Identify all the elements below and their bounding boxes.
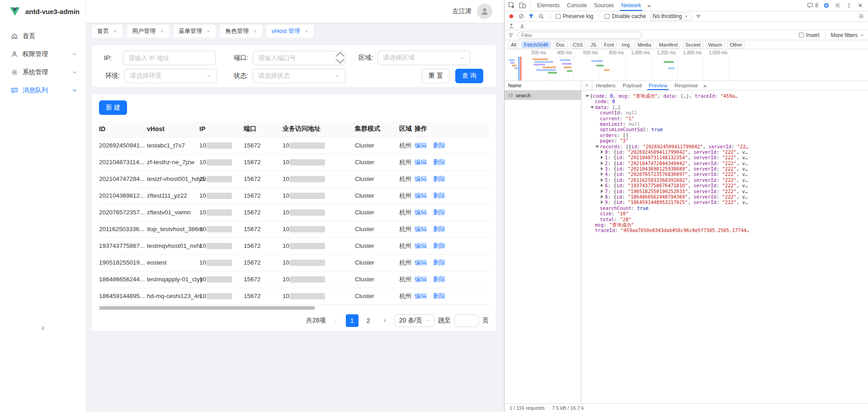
more-panels-icon[interactable]: » (646, 2, 652, 9)
tree-toggle-icon[interactable] (600, 167, 605, 171)
filter-toggle-icon[interactable] (528, 13, 534, 19)
tree-line[interactable]: countId: null (583, 110, 868, 115)
table-horizontal-scrollbar[interactable] (99, 306, 489, 310)
edit-link[interactable]: 编辑 (415, 259, 427, 266)
app-logo[interactable]: antd-vue3-admin (0, 0, 85, 23)
filter-chip-css[interactable]: CSS (570, 41, 586, 48)
tree-line[interactable]: data: {…} (583, 104, 868, 110)
tree-toggle-icon[interactable] (600, 150, 605, 154)
filter-chip-img[interactable]: Img (619, 41, 632, 48)
more-filters-button[interactable]: More filters (831, 32, 864, 38)
filter-chip-wasm[interactable]: Wasm (706, 41, 725, 48)
edit-link[interactable]: 编辑 (415, 192, 427, 199)
record-icon[interactable] (508, 13, 514, 19)
tab-close-icon[interactable] (113, 29, 118, 33)
network-filter-input[interactable] (521, 33, 638, 38)
delete-link[interactable]: 删除 (433, 259, 445, 266)
detail-tab-headers[interactable]: Headers (592, 81, 619, 90)
delete-link[interactable]: 删除 (433, 226, 445, 232)
preserve-log-checkbox[interactable]: Preserve log (556, 13, 593, 19)
column-vhost[interactable]: vHost (147, 121, 199, 137)
edit-link[interactable]: 编辑 (415, 175, 427, 182)
sidebar-collapse-button[interactable] (0, 320, 85, 336)
delete-link[interactable]: 删除 (433, 242, 445, 249)
clear-icon[interactable] (518, 13, 524, 19)
tree-line[interactable]: 8: {id: "1864866562448794369", serverId:… (583, 194, 868, 199)
throttling-select[interactable]: No throttling (650, 13, 692, 20)
filter-chip-media[interactable]: Media (635, 41, 654, 48)
tree-line[interactable]: 1: {id: "2021048731148132354", serverId:… (583, 155, 868, 160)
edit-link[interactable]: 编辑 (415, 142, 427, 149)
tree-line[interactable]: 4: {id: "2020765723576836097", serverId:… (583, 171, 868, 177)
tree-toggle-icon[interactable] (600, 178, 605, 182)
tree-toggle-icon[interactable] (600, 184, 605, 188)
edit-link[interactable]: 编辑 (415, 276, 427, 283)
port-input[interactable] (253, 51, 345, 65)
column-port[interactable]: 端口 (244, 121, 283, 137)
tab-close-icon[interactable] (160, 29, 164, 33)
tree-line[interactable]: records: [{id: "2026924509411799042", se… (583, 144, 868, 149)
tree-toggle-icon[interactable] (600, 189, 605, 194)
close-devtools-icon[interactable] (857, 2, 863, 9)
filter-chip-socket[interactable]: Socket (683, 41, 703, 48)
filter-chip-js[interactable]: JS (588, 41, 599, 48)
delete-link[interactable]: 删除 (433, 293, 445, 299)
prev-page-button[interactable] (330, 314, 342, 327)
region-select[interactable]: 请选择区域 (377, 51, 470, 65)
sidebar-item-system[interactable]: 系统管理 (0, 63, 85, 81)
tree-line[interactable]: size: "10" (583, 211, 868, 216)
extension-icon[interactable] (823, 2, 830, 9)
tree-toggle-icon[interactable] (600, 156, 605, 160)
tab-home[interactable]: 首页 (92, 25, 123, 38)
search-icon[interactable] (538, 13, 544, 19)
tree-toggle-icon[interactable] (585, 94, 590, 98)
page-size-select[interactable]: 20 条/页 (395, 314, 434, 327)
delete-link[interactable]: 删除 (433, 276, 445, 283)
column-ops[interactable]: 操作 (415, 121, 489, 137)
edit-link[interactable]: 编辑 (415, 293, 427, 299)
tree-line[interactable]: pages: "3" (583, 138, 868, 143)
invert-checkbox[interactable]: Invert (799, 32, 820, 38)
devtools-tab-sources[interactable]: Sources (590, 0, 618, 11)
scrollbar-thumb[interactable] (99, 306, 315, 310)
column-id[interactable]: ID (99, 121, 147, 137)
avatar[interactable] (477, 4, 492, 19)
edit-link[interactable]: 编辑 (415, 242, 427, 249)
tree-line[interactable]: {code: 0, msg: "查询成功", data: {…}, traceI… (583, 93, 868, 99)
tree-line[interactable]: maxLimit: null (583, 121, 868, 127)
sidebar-item-home[interactable]: 首页 (0, 27, 85, 45)
step-down-icon[interactable] (335, 58, 345, 65)
tree-line[interactable]: code: 0 (583, 99, 868, 104)
tab-users[interactable]: 用户管理 (127, 25, 169, 38)
kebab-menu-icon[interactable] (846, 2, 852, 9)
edit-link[interactable]: 编辑 (415, 209, 427, 216)
tree-toggle-icon[interactable] (600, 172, 605, 176)
tab-close-icon[interactable] (253, 29, 257, 33)
inspect-element-icon[interactable] (508, 2, 515, 9)
request-row[interactable]: {}search (505, 90, 581, 100)
detail-tab-preview[interactable]: Preview (645, 81, 671, 90)
issues-button[interactable]: 8 (807, 2, 818, 9)
sidebar-item-permission[interactable]: 权限管理 (0, 45, 85, 63)
username[interactable]: 左江涛 (453, 7, 472, 15)
settings-gear-icon[interactable] (835, 2, 841, 9)
column-addr[interactable]: 业务访问地址 (283, 121, 355, 137)
edit-link[interactable]: 编辑 (415, 226, 427, 232)
detail-tab-response[interactable]: Response (671, 81, 702, 90)
delete-link[interactable]: 删除 (433, 175, 445, 182)
tab-roles[interactable]: 角色管理 (220, 25, 262, 38)
tree-line[interactable]: 7: {id: "1905182550190252033", serverId:… (583, 189, 868, 194)
tree-line[interactable]: 9: {id: "1864591448953217025", serverId:… (583, 199, 868, 205)
status-select[interactable]: 请选择状态 (253, 69, 345, 83)
import-har-icon[interactable] (508, 23, 514, 29)
env-select[interactable]: 请选择环境 (124, 69, 217, 83)
delete-link[interactable]: 删除 (433, 192, 445, 199)
delete-link[interactable]: 删除 (433, 142, 445, 149)
devtools-tab-elements[interactable]: Elements (533, 0, 563, 11)
tree-line[interactable]: msg: "查询成功" (583, 222, 868, 227)
query-button[interactable]: 查 询 (455, 69, 483, 83)
filter-chip-other[interactable]: Other (727, 41, 745, 48)
tree-line[interactable]: optimizeCountSql: true (583, 127, 868, 132)
tree-line[interactable]: traceId: "459aa7650e8343dab456c96c0e5f73… (583, 227, 868, 233)
tab-vhost[interactable]: vHost 管理 (267, 25, 314, 38)
